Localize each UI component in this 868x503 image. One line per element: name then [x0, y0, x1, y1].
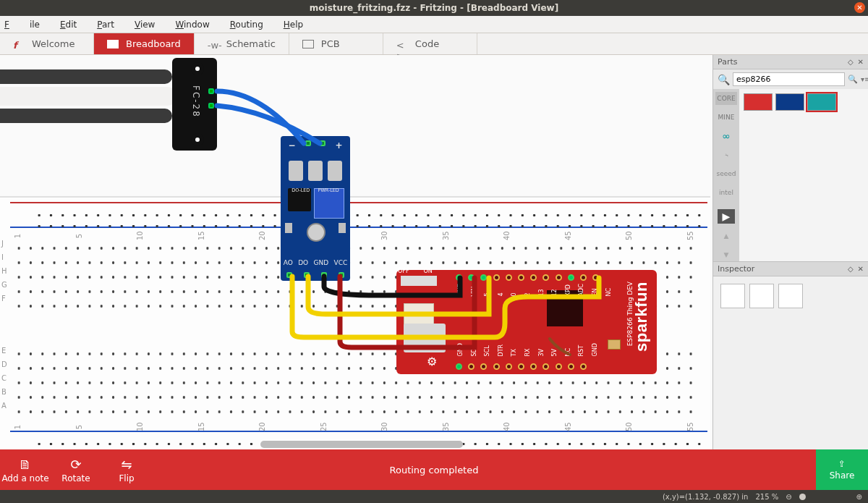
tab-pcb-label: PCB — [321, 38, 340, 49]
menu-window[interactable]: Window — [175, 20, 209, 30]
share-icon: ⇪ — [838, 459, 846, 469]
parts-bin-pcb[interactable]: ⍀ — [715, 148, 737, 161]
module-top-pin1[interactable] — [305, 140, 311, 146]
module-label-vcc: VCC — [334, 259, 348, 266]
inspector-swatch-2[interactable] — [749, 284, 774, 308]
breadboard-ruler-top: 1510152025303540455055 — [0, 231, 710, 241]
menu-edit[interactable]: Edit — [60, 20, 77, 30]
module-label-gnd: GND — [314, 259, 329, 266]
parts-title: Parts — [718, 57, 737, 67]
parts-bin-mine[interactable]: MINE — [715, 111, 737, 124]
breadboard-ruler-bot: 1510152025303540455055 — [0, 422, 710, 432]
sparkfun-esp8266-thing-dev[interactable]: OFFON ⚙ sparkfun ESP8266 Thing DEV GNDVI… — [396, 270, 657, 374]
flip-button[interactable]: ⇋ Flip — [101, 449, 152, 490]
parts-bin-rail: CORE MINE ∞ ⍀ seeed intel ▶ ▲ ▼ — [713, 89, 739, 261]
search-go-icon[interactable]: 🔍 — [848, 75, 858, 84]
tab-schematic[interactable]: -ᴡ- Schematic — [195, 33, 289, 54]
horizontal-scrollbar[interactable] — [260, 441, 463, 448]
part-result-3[interactable] — [807, 93, 836, 111]
panel-close-icon[interactable]: ✕ — [858, 58, 864, 66]
do-led — [285, 223, 292, 233]
tab-welcome[interactable]: f Welcome — [0, 33, 94, 54]
note-icon: 🗎 — [19, 457, 32, 472]
probe-label: FC-28 — [191, 85, 201, 118]
gear-icon: ⚙ — [427, 355, 437, 368]
inspector-close-icon[interactable]: ✕ — [858, 265, 864, 273]
header-top[interactable] — [456, 274, 599, 281]
fritzing-icon: f — [13, 40, 25, 48]
parts-bin-arduino[interactable]: ∞ — [715, 130, 737, 143]
header-bot[interactable] — [456, 363, 587, 370]
board-subtitle: ESP8266 Thing DEV — [626, 282, 634, 346]
parts-panel: Parts ◇✕ 🔍 🔍 ▾≡ CORE MINE ∞ ⍀ seeed inte… — [713, 55, 868, 261]
breadboard-icon — [107, 40, 119, 48]
tab-code[interactable]: < > Code — [383, 33, 477, 54]
parts-results — [739, 89, 868, 261]
window-titlebar: moisture_fritzing.fzz - Fritzing - [Brea… — [0, 0, 868, 16]
rotate-button[interactable]: ⟳ Rotate — [51, 449, 101, 490]
status-bar: (x,y)=(1.132, -0.827) in 215 % ⊖ ⊕ — [0, 490, 868, 503]
module-pin-vcc[interactable] — [339, 272, 344, 278]
probe-pin-1[interactable] — [208, 88, 214, 94]
part-result-1[interactable] — [744, 93, 773, 111]
sparkfun-logo: sparkfun — [632, 282, 651, 352]
menu-view[interactable]: View — [135, 20, 155, 30]
module-pin-ao[interactable] — [286, 272, 292, 278]
bottom-toolbar: 🗎 Add a note ⟳ Rotate ⇋ Flip Routing com… — [0, 449, 868, 490]
menu-part[interactable]: Part — [97, 20, 114, 30]
parts-search-input[interactable] — [733, 72, 845, 86]
module-label-ao: AO — [284, 259, 293, 266]
search-icon: 🔍 — [718, 74, 730, 85]
share-button[interactable]: ⇪ Share — [816, 449, 868, 490]
module-label-do: DO — [298, 259, 308, 266]
pwr-led — [339, 223, 346, 233]
power-switch[interactable] — [401, 276, 437, 286]
tab-pcb[interactable]: PCB — [289, 33, 383, 54]
menu-file[interactable]: File — [4, 20, 40, 30]
parts-bin-intel[interactable]: intel — [715, 186, 737, 199]
rotate-icon: ⟳ — [70, 457, 81, 472]
view-tabs: f Welcome Breadboard -ᴡ- Schematic PCB <… — [0, 33, 868, 55]
inspector-swatch-3[interactable] — [778, 284, 803, 308]
parts-bin-up[interactable]: ▲ — [715, 229, 737, 242]
add-note-button[interactable]: 🗎 Add a note — [0, 449, 51, 490]
menu-routing[interactable]: Routing — [230, 20, 263, 30]
panel-undock-icon[interactable]: ◇ — [848, 58, 854, 66]
zoom-in-button[interactable]: ⊕ — [856, 493, 862, 501]
parts-bin-core[interactable]: CORE — [715, 92, 737, 105]
flip-icon: ⇋ — [121, 457, 132, 472]
inspector-panel: Inspector ◇✕ — [713, 261, 868, 449]
inspector-swatch-1[interactable] — [720, 284, 745, 308]
row-letters-bot: ABCDE — [1, 347, 7, 410]
menu-bar: File Edit Part View Window Routing Help — [0, 16, 868, 33]
tab-breadboard[interactable]: Breadboard — [94, 33, 195, 54]
probe-pin-2[interactable] — [208, 103, 214, 109]
micro-usb — [404, 324, 446, 352]
window-close-button[interactable]: ✕ — [854, 2, 865, 13]
module-minus: − — [288, 140, 295, 151]
module-pin-gnd[interactable] — [321, 272, 327, 278]
module-pin-do[interactable] — [304, 272, 310, 278]
tab-breadboard-label: Breadboard — [126, 38, 181, 49]
menu-help[interactable]: Help — [284, 20, 303, 30]
module-top-pin2[interactable] — [320, 140, 326, 146]
moisture-sensor-module[interactable]: − + DO-LED PWR-LED AO DO GND VCC — [281, 136, 350, 281]
breadboard-canvas[interactable]: 1510152025303540455055 15101520253035404… — [0, 55, 712, 449]
parts-bin-down[interactable]: ▼ — [715, 248, 737, 261]
zoom-out-button[interactable]: ⊖ — [786, 493, 791, 501]
parts-bin-seeed[interactable]: seeed — [715, 167, 737, 180]
schematic-icon: -ᴡ- — [208, 40, 219, 48]
header-bot-labels: GNDSDASCLDTRTXRX3V5VNCRSTGND — [456, 349, 599, 355]
window-title: moisture_fritzing.fzz - Fritzing - [Brea… — [310, 3, 558, 13]
soil-moisture-probe[interactable]: FC-28 — [0, 58, 217, 151]
pcb-icon — [302, 40, 314, 48]
tab-welcome-label: Welcome — [32, 38, 75, 49]
inspector-undock-icon[interactable]: ◇ — [848, 265, 854, 273]
part-result-2[interactable] — [775, 93, 804, 111]
module-plus: + — [335, 140, 342, 151]
routing-status: Routing completed — [390, 465, 479, 475]
parts-bin-next[interactable]: ▶ — [718, 209, 735, 224]
zoom-reset-button[interactable] — [799, 494, 806, 500]
search-menu-icon[interactable]: ▾≡ — [861, 75, 868, 83]
tab-code-label: Code — [415, 38, 439, 49]
